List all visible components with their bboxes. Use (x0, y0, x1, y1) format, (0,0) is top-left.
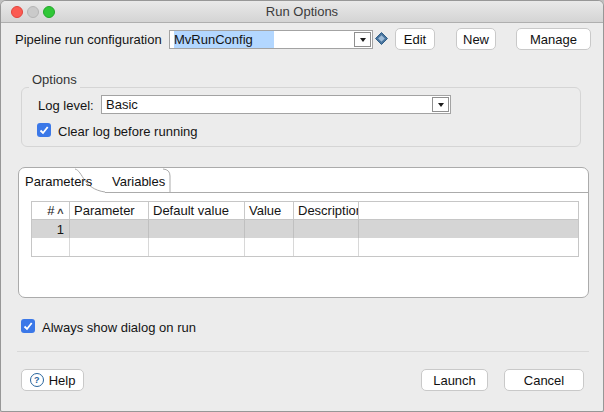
manage-button[interactable]: Manage (516, 28, 591, 50)
cell-default-value[interactable] (149, 220, 245, 238)
chevron-down-icon (438, 103, 444, 107)
run-configuration-dropdown-button[interactable] (354, 32, 371, 47)
chevron-down-icon (360, 38, 366, 42)
cell-parameter[interactable] (70, 220, 149, 238)
edit-button[interactable]: Edit (395, 28, 435, 50)
column-header-number[interactable]: # ∧ (32, 202, 70, 219)
tab-strip (19, 168, 590, 194)
run-options-dialog: Run Options Pipeline run configuration M… (0, 0, 604, 412)
parameters-tab-folder: Parameters Variables # ∧ Parameter Defau… (18, 167, 589, 298)
column-header-parameter[interactable]: Parameter (70, 202, 149, 219)
column-header-description[interactable]: Description (294, 202, 359, 219)
cell-value[interactable] (245, 220, 294, 238)
cancel-button[interactable]: Cancel (504, 369, 584, 391)
checkmark-icon (22, 320, 34, 332)
log-level-label: Log level: (38, 98, 94, 113)
clear-log-checkbox[interactable] (37, 123, 51, 137)
clear-log-label: Clear log before running (58, 124, 197, 139)
help-button[interactable]: ? Help (21, 369, 84, 391)
table-row-selected[interactable]: 1 (32, 220, 578, 238)
log-level-combobox[interactable]: Basic (101, 95, 451, 114)
help-question-icon: ? (30, 373, 44, 387)
cell-row-number[interactable]: 1 (32, 220, 70, 238)
always-show-dialog-checkbox[interactable] (21, 319, 35, 333)
always-show-dialog-label: Always show dialog on run (42, 320, 196, 335)
cell-description[interactable] (294, 220, 359, 238)
footer-separator (17, 351, 589, 352)
log-level-value: Basic (106, 97, 138, 112)
launch-button[interactable]: Launch (421, 369, 488, 391)
run-configuration-value: MvRunConfig (174, 31, 274, 48)
column-header-value[interactable]: Value (245, 202, 294, 219)
tab-variables[interactable]: Variables (112, 174, 165, 189)
log-level-dropdown-button[interactable] (432, 97, 449, 112)
sort-ascending-icon: ∧ (56, 203, 65, 219)
variable-diamond-icon (375, 32, 388, 45)
titlebar[interactable]: Run Options (1, 1, 603, 23)
checkmark-icon (38, 124, 50, 136)
column-header-filler (359, 202, 578, 219)
table-row-empty[interactable] (32, 238, 578, 256)
help-button-label: Help (49, 373, 76, 388)
table-header-row: # ∧ Parameter Default value Value Descri… (32, 202, 578, 220)
parameters-table: # ∧ Parameter Default value Value Descri… (31, 201, 579, 257)
pipeline-run-configuration-label: Pipeline run configuration (15, 32, 162, 47)
column-header-default-value[interactable]: Default value (149, 202, 245, 219)
tab-parameters[interactable]: Parameters (25, 174, 92, 189)
new-button[interactable]: New (456, 28, 496, 50)
window-title: Run Options (1, 4, 603, 19)
run-configuration-combobox[interactable]: MvRunConfig (169, 30, 373, 49)
options-group-legend: Options (29, 72, 80, 88)
